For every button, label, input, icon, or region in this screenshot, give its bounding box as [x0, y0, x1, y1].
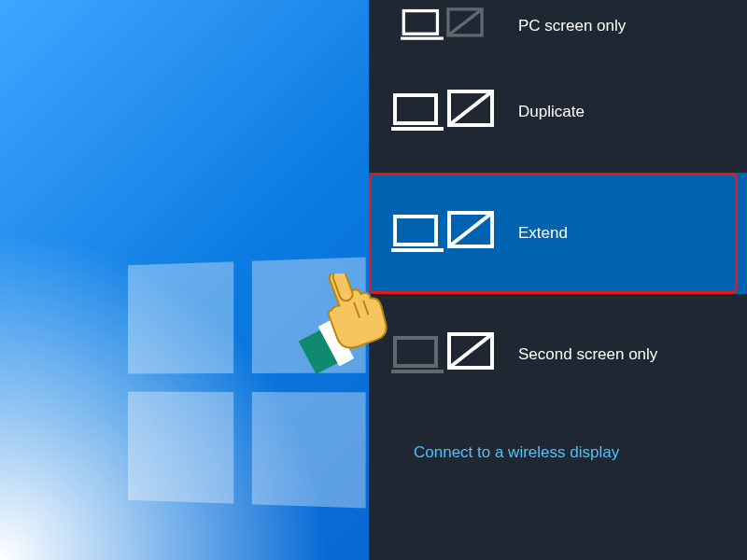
extend-icon	[388, 207, 500, 259]
svg-rect-0	[403, 10, 437, 34]
project-option-label: Second screen only	[518, 345, 657, 364]
connect-wireless-display-link[interactable]: Connect to a wireless display	[414, 443, 619, 462]
svg-rect-2	[395, 95, 436, 123]
project-flyout-panel: PC screen only Duplicate	[369, 0, 747, 560]
svg-rect-6	[395, 338, 436, 366]
project-option-label: Duplicate	[518, 103, 585, 121]
project-option-label: PC screen only	[518, 17, 626, 35]
project-option-pc-screen-only[interactable]: PC screen only	[369, 0, 747, 51]
pc-screen-only-icon	[388, 5, 500, 48]
project-option-extend[interactable]: Extend	[369, 173, 747, 294]
second-screen-only-icon	[388, 329, 500, 381]
windows-logo-icon	[128, 257, 366, 508]
project-option-duplicate[interactable]: Duplicate	[369, 51, 747, 173]
duplicate-icon	[388, 86, 500, 138]
project-option-label: Extend	[518, 224, 568, 243]
svg-rect-4	[395, 217, 436, 245]
project-option-second-screen-only[interactable]: Second screen only	[369, 294, 747, 415]
